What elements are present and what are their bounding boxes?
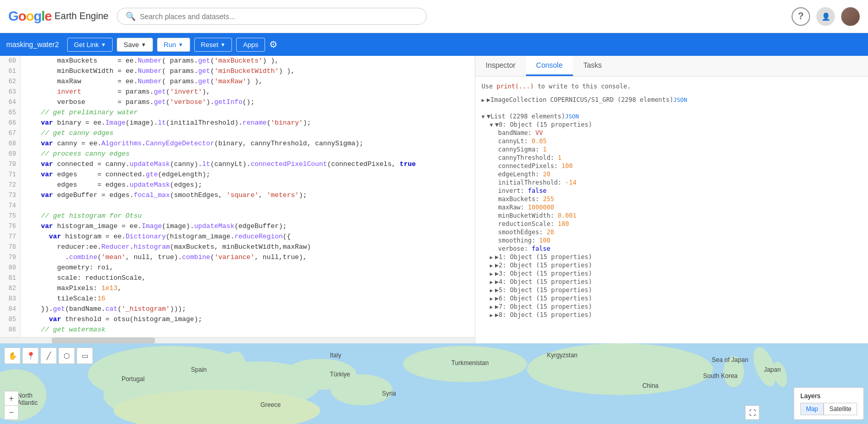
object-2-toggle[interactable]: ▶: [490, 262, 499, 269]
map-type-map[interactable]: Map: [800, 403, 824, 415]
console-content[interactable]: Use print(...) to write to this console.…: [475, 77, 868, 343]
get-link-button[interactable]: Get Link ▼: [67, 38, 113, 52]
map-label-spain: Spain: [191, 366, 207, 373]
map-label-turkiye: Türkiye: [330, 371, 350, 378]
avatar[interactable]: [841, 7, 860, 26]
code-line-65: 65 // get preliminary water: [0, 108, 475, 118]
prop-cannylt-key: cannyLt:: [498, 138, 532, 145]
map-tool-rect[interactable]: ▭: [76, 347, 93, 364]
main-area: 60 maxBuckets = ee.Number( params.get('m…: [0, 56, 868, 343]
object-0-toggle[interactable]: ▼: [490, 121, 499, 128]
layers-panel: Layers Map Satellite: [794, 387, 864, 420]
tree-object-4: ▶4: Object (15 properties): [490, 278, 862, 285]
collection-json-link[interactable]: JSON: [673, 97, 687, 103]
object-4-toggle[interactable]: ▶: [490, 278, 499, 285]
account-button[interactable]: 👤: [816, 7, 835, 26]
prop-smoothedges-key: smoothEdges:: [498, 229, 547, 236]
prop-cannythreshold-key: cannyThreshold:: [498, 154, 558, 161]
google-logo: Google: [8, 8, 52, 24]
list-json-link[interactable]: JSON: [565, 113, 579, 120]
object-5-toggle[interactable]: ▶: [490, 286, 499, 294]
right-panel: Inspector Console Tasks Use print(...) t…: [475, 56, 868, 343]
search-input[interactable]: [140, 12, 418, 21]
map-label-northatlantic: NorthAtlantic: [18, 392, 38, 406]
code-line-85: 85 var threshold = otsu(histogram_image)…: [0, 314, 475, 325]
zoom-out-button[interactable]: −: [4, 405, 19, 420]
prop-cannysigma-val: 1: [543, 146, 547, 153]
reset-chevron: ▼: [221, 42, 226, 48]
code-line-66: 66 var binary = ee.Image(image).lt(initi…: [0, 118, 475, 128]
code-line-70: 70 var connected = canny.updateMask(cann…: [0, 159, 475, 170]
tree-image-collection: ▶ ImageCollection COPERNICUS/S1_GRD (229…: [482, 96, 862, 103]
tree-object-3: ▶3: Object (15 properties): [490, 270, 862, 277]
prop-smoothing-val: 100: [539, 237, 550, 244]
map-label-italy: Italy: [330, 352, 341, 359]
object-1-toggle[interactable]: ▶: [490, 253, 499, 261]
code-line-62: 62 maxRaw = ee.Number( params.get('maxRa…: [0, 77, 475, 87]
horizontal-scrollbar[interactable]: [0, 337, 475, 343]
prop-reductionscale-key: reductionScale:: [498, 220, 558, 228]
apps-button[interactable]: Apps: [236, 38, 265, 52]
run-button[interactable]: Run ▼: [157, 38, 190, 52]
get-link-chevron: ▼: [101, 42, 106, 48]
list-label: List (2298 elements): [490, 113, 565, 120]
search-bar[interactable]: 🔍: [117, 8, 427, 25]
map-tool-point[interactable]: 📍: [22, 347, 39, 364]
reset-button[interactable]: Reset ▼: [194, 38, 233, 52]
code-line-81: 81 scale: reductionScale,: [0, 273, 475, 283]
object-7-toggle[interactable]: ▶: [490, 303, 499, 310]
map-area[interactable]: Spain Italy Greece Türkiye Turkmenistan …: [0, 343, 868, 424]
tree-object-2: ▶2: Object (15 properties): [490, 262, 862, 269]
help-button[interactable]: ?: [792, 7, 810, 26]
map-tool-shape[interactable]: ⬡: [58, 347, 75, 364]
tree-object-0: ▼ 0: Object (15 properties) bandName: VV…: [490, 121, 862, 252]
code-line-86: 86 // get watermask: [0, 325, 475, 335]
earth-engine-label: Earth Engine: [55, 11, 109, 22]
map-type-buttons: Map Satellite: [800, 403, 857, 415]
collection-label: ImageCollection COPERNICUS/S1_GRD (2298 …: [490, 96, 673, 103]
map-svg: [0, 343, 868, 424]
object-6-toggle[interactable]: ▶: [490, 295, 499, 302]
object-0-children: bandName: VV cannyLt: 0.05 cannySigma: 1…: [498, 129, 862, 252]
code-line-83: 83 tileScale:16: [0, 294, 475, 304]
tree-object-6: ▶6: Object (15 properties): [490, 295, 862, 302]
layers-label: Layers: [800, 392, 857, 400]
code-line-80: 80 geometry: roi,: [0, 263, 475, 273]
prop-cannythreshold-val: 1: [558, 154, 562, 161]
collection-toggle[interactable]: ▶: [482, 96, 490, 103]
run-chevron: ▼: [178, 42, 183, 48]
list-children: ▼ 0: Object (15 properties) bandName: VV…: [490, 121, 862, 319]
prop-minbucketwidth-val: 0.001: [558, 212, 577, 219]
header-icons: ? 👤: [792, 7, 860, 26]
code-line-67: 67 // get canny edges: [0, 128, 475, 139]
code-line-79: 79 .combine('mean', null, true).combine(…: [0, 252, 475, 263]
map-label-china: China: [642, 382, 658, 389]
gear-button[interactable]: ⚙: [269, 39, 277, 50]
logo: Google Earth Engine: [8, 8, 109, 24]
code-area[interactable]: 60 maxBuckets = ee.Number( params.get('m…: [0, 56, 475, 337]
prop-connectedpixels-key: connectedPixels:: [498, 162, 562, 170]
code-line-77: 77 var histogram = ee.Dictionary(histogr…: [0, 232, 475, 242]
tab-tasks[interactable]: Tasks: [573, 56, 612, 76]
map-expand-button[interactable]: ⛶: [745, 405, 760, 420]
object-3-toggle[interactable]: ▶: [490, 270, 499, 277]
code-line-68: 68 var canny = ee.Algorithms.CannyEdgeDe…: [0, 139, 475, 149]
toolbar: masking_water2 Get Link ▼ Save ▼ Run ▼ R…: [0, 33, 868, 56]
save-button[interactable]: Save ▼: [117, 38, 153, 52]
object-8-toggle[interactable]: ▶: [490, 311, 499, 319]
list-toggle[interactable]: ▼: [482, 113, 490, 120]
map-type-satellite[interactable]: Satellite: [824, 403, 857, 415]
prop-reductionscale-val: 180: [558, 220, 569, 228]
map-tool-hand[interactable]: ✋: [4, 347, 21, 364]
tree-object-8: ▶8: Object (15 properties): [490, 311, 862, 319]
map-tool-line[interactable]: ╱: [40, 347, 57, 364]
code-line-60: 60 maxBuckets = ee.Number( params.get('m…: [0, 56, 475, 66]
zoom-in-button[interactable]: +: [4, 391, 19, 405]
map-label-japan: Japan: [764, 366, 781, 373]
project-name: masking_water2: [6, 40, 59, 49]
tab-inspector[interactable]: Inspector: [475, 56, 526, 76]
map-label-greece: Greece: [260, 401, 281, 408]
tab-console[interactable]: Console: [526, 56, 573, 76]
code-line-61: 61 minBucketWidth = ee.Number( params.ge…: [0, 66, 475, 77]
prop-smoothedges-val: 20: [547, 229, 554, 236]
